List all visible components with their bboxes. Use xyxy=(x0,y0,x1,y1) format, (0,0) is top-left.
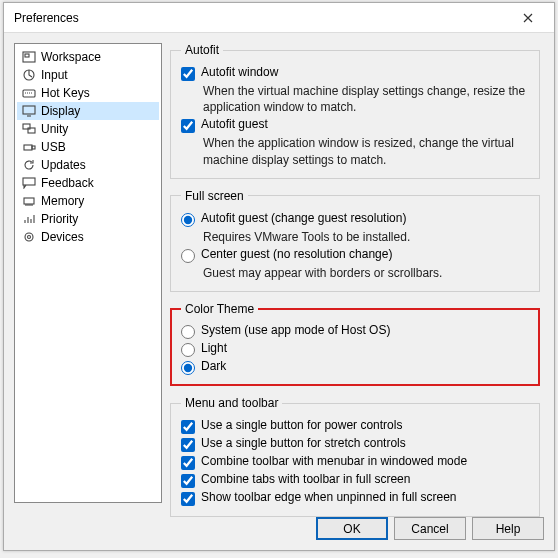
help-button[interactable]: Help xyxy=(472,517,544,540)
menu-toolbar-checkbox-3[interactable]: Combine tabs with toolbar in full screen xyxy=(181,472,529,488)
autofit-window-desc: When the virtual machine display setting… xyxy=(203,83,529,115)
autofit-window-checkbox[interactable]: Autofit window xyxy=(181,65,529,81)
theme-dark-input[interactable] xyxy=(181,361,195,375)
sidebar-item-input[interactable]: Input xyxy=(17,66,159,84)
sidebar-item-label: Workspace xyxy=(41,50,101,64)
menu-toolbar-label-3: Combine tabs with toolbar in full screen xyxy=(201,472,410,486)
feedback-icon xyxy=(21,177,37,189)
menu-toolbar-legend: Menu and toolbar xyxy=(181,396,282,410)
autofit-window-label: Autofit window xyxy=(201,65,278,79)
svg-point-11 xyxy=(25,233,33,241)
memory-icon xyxy=(21,195,37,207)
svg-point-12 xyxy=(28,236,31,239)
ok-button[interactable]: OK xyxy=(316,517,388,540)
fullscreen-center-desc: Guest may appear with borders or scrollb… xyxy=(203,265,529,281)
theme-system-label: System (use app mode of Host OS) xyxy=(201,323,390,337)
window-title: Preferences xyxy=(14,11,79,25)
close-icon xyxy=(523,10,533,26)
sidebar-item-label: Priority xyxy=(41,212,78,226)
autofit-guest-label: Autofit guest xyxy=(201,117,268,131)
sidebar-item-label: Display xyxy=(41,104,80,118)
fullscreen-autofit-label: Autofit guest (change guest resolution) xyxy=(201,211,406,225)
autofit-window-input[interactable] xyxy=(181,67,195,81)
theme-dark-radio[interactable]: Dark xyxy=(181,359,529,375)
sidebar-item-label: Hot Keys xyxy=(41,86,90,100)
theme-light-radio[interactable]: Light xyxy=(181,341,529,357)
updates-icon xyxy=(21,159,37,171)
display-icon xyxy=(21,105,37,117)
sidebar-item-display[interactable]: Display xyxy=(17,102,159,120)
svg-rect-10 xyxy=(24,198,34,204)
sidebar-item-hot-keys[interactable]: Hot Keys xyxy=(17,84,159,102)
sidebar-item-usb[interactable]: USB xyxy=(17,138,159,156)
autofit-guest-desc: When the application window is resized, … xyxy=(203,135,529,167)
menu-toolbar-input-1[interactable] xyxy=(181,438,195,452)
priority-icon xyxy=(21,213,37,225)
preferences-window: Preferences WorkspaceInputHot KeysDispla… xyxy=(3,2,555,551)
menu-toolbar-checkbox-1[interactable]: Use a single button for stretch controls xyxy=(181,436,529,452)
menu-toolbar-input-4[interactable] xyxy=(181,492,195,506)
fullscreen-center-radio[interactable]: Center guest (no resolution change) xyxy=(181,247,529,263)
sidebar-item-memory[interactable]: Memory xyxy=(17,192,159,210)
theme-system-radio[interactable]: System (use app mode of Host OS) xyxy=(181,323,529,339)
sidebar-item-label: Devices xyxy=(41,230,84,244)
menu-toolbar-label-4: Show toolbar edge when unpinned in full … xyxy=(201,490,457,504)
autofit-legend: Autofit xyxy=(181,43,223,57)
svg-rect-9 xyxy=(23,178,35,185)
titlebar: Preferences xyxy=(4,3,554,33)
hotkeys-icon xyxy=(21,87,37,99)
theme-light-label: Light xyxy=(201,341,227,355)
menu-toolbar-checkbox-2[interactable]: Combine toolbar with menubar in windowed… xyxy=(181,454,529,470)
sidebar-item-label: USB xyxy=(41,140,66,154)
sidebar-item-label: Feedback xyxy=(41,176,94,190)
cancel-button[interactable]: Cancel xyxy=(394,517,466,540)
menu-toolbar-label-1: Use a single button for stretch controls xyxy=(201,436,406,450)
svg-rect-4 xyxy=(23,106,35,114)
fullscreen-autofit-radio[interactable]: Autofit guest (change guest resolution) xyxy=(181,211,529,227)
svg-rect-8 xyxy=(32,146,35,149)
unity-icon xyxy=(21,123,37,135)
theme-dark-label: Dark xyxy=(201,359,226,373)
category-list: WorkspaceInputHot KeysDisplayUnityUSBUpd… xyxy=(14,43,162,503)
input-icon xyxy=(21,69,37,81)
sidebar-item-unity[interactable]: Unity xyxy=(17,120,159,138)
autofit-guest-checkbox[interactable]: Autofit guest xyxy=(181,117,529,133)
sidebar-item-label: Input xyxy=(41,68,68,82)
sidebar-item-label: Unity xyxy=(41,122,68,136)
menu-toolbar-input-2[interactable] xyxy=(181,456,195,470)
sidebar-item-workspace[interactable]: Workspace xyxy=(17,48,159,66)
fullscreen-autofit-input[interactable] xyxy=(181,213,195,227)
fullscreen-group: Full screen Autofit guest (change guest … xyxy=(170,189,540,292)
menu-toolbar-input-0[interactable] xyxy=(181,420,195,434)
usb-icon xyxy=(21,141,37,153)
svg-rect-1 xyxy=(25,54,29,57)
workspace-icon xyxy=(21,51,37,63)
svg-rect-7 xyxy=(24,145,32,150)
autofit-guest-input[interactable] xyxy=(181,119,195,133)
menu-toolbar-checkbox-0[interactable]: Use a single button for power controls xyxy=(181,418,529,434)
fullscreen-center-input[interactable] xyxy=(181,249,195,263)
close-button[interactable] xyxy=(506,4,550,32)
sidebar-item-priority[interactable]: Priority xyxy=(17,210,159,228)
sidebar-item-label: Memory xyxy=(41,194,84,208)
color-theme-group: Color Theme System (use app mode of Host… xyxy=(170,302,540,386)
menu-toolbar-checkbox-4[interactable]: Show toolbar edge when unpinned in full … xyxy=(181,490,529,506)
devices-icon xyxy=(21,231,37,243)
fullscreen-legend: Full screen xyxy=(181,189,248,203)
theme-light-input[interactable] xyxy=(181,343,195,357)
fullscreen-center-label: Center guest (no resolution change) xyxy=(201,247,392,261)
color-theme-legend: Color Theme xyxy=(181,302,258,316)
settings-panel: Autofit Autofit window When the virtual … xyxy=(170,43,544,503)
sidebar-item-updates[interactable]: Updates xyxy=(17,156,159,174)
sidebar-item-devices[interactable]: Devices xyxy=(17,228,159,246)
sidebar-item-label: Updates xyxy=(41,158,86,172)
sidebar-item-feedback[interactable]: Feedback xyxy=(17,174,159,192)
menu-toolbar-input-3[interactable] xyxy=(181,474,195,488)
menu-toolbar-label-2: Combine toolbar with menubar in windowed… xyxy=(201,454,467,468)
menu-toolbar-group: Menu and toolbar Use a single button for… xyxy=(170,396,540,517)
theme-system-input[interactable] xyxy=(181,325,195,339)
fullscreen-autofit-desc: Requires VMware Tools to be installed. xyxy=(203,229,529,245)
autofit-group: Autofit Autofit window When the virtual … xyxy=(170,43,540,179)
menu-toolbar-label-0: Use a single button for power controls xyxy=(201,418,402,432)
